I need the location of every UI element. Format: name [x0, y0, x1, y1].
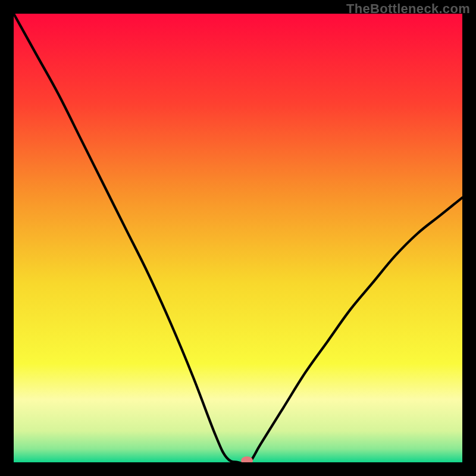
gradient-background [14, 14, 462, 462]
bottleneck-chart [14, 14, 462, 462]
chart-frame: TheBottleneck.com [0, 0, 476, 476]
